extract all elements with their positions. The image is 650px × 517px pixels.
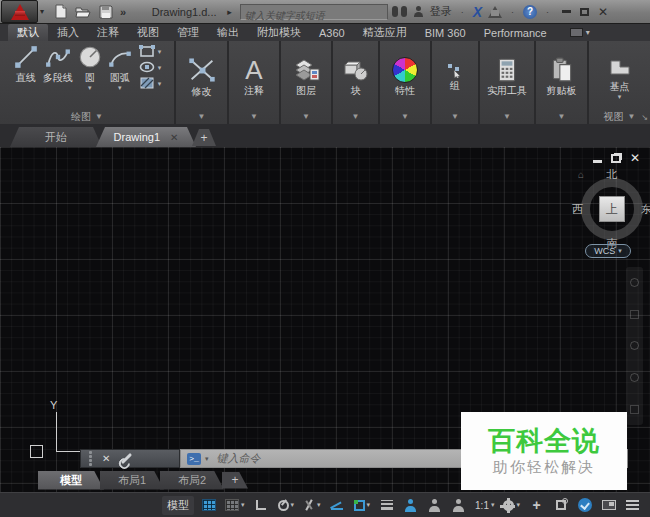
restore-button[interactable] — [580, 8, 589, 16]
orbit-icon[interactable] — [630, 373, 639, 382]
polar-tracking-toggle[interactable]: ▾ — [276, 496, 297, 515]
annotation-monitor-toggle[interactable]: + — [527, 496, 546, 515]
hatch-button[interactable]: ▾ — [139, 76, 162, 90]
arc-caret-icon[interactable]: ▾ — [118, 85, 122, 90]
autodesk-exchange-icon[interactable]: X — [473, 4, 482, 20]
layout-tab-layout1[interactable]: 布局1 — [100, 471, 164, 490]
clipboard-button[interactable]: 剪贴板 — [545, 54, 579, 96]
panel-launcher-icon[interactable]: ↘ — [641, 113, 648, 122]
isolate-objects-button[interactable] — [551, 496, 570, 515]
annotate-panel-title[interactable]: ▼ — [229, 109, 279, 124]
command-close-icon[interactable]: ✕ — [102, 453, 110, 464]
object-snap-tracking-toggle[interactable] — [328, 496, 347, 515]
file-tab-start[interactable]: 开始 — [10, 127, 102, 147]
block-button[interactable]: 块 — [340, 54, 372, 96]
qat-more-commands-button[interactable]: » — [120, 6, 125, 18]
polyline-button[interactable]: 多段线 — [41, 41, 75, 83]
new-drawing-tab-button[interactable]: + — [192, 129, 216, 146]
clean-screen-toggle[interactable] — [599, 496, 618, 515]
modify-button[interactable]: 修改 — [185, 53, 219, 97]
new-file-button[interactable] — [54, 4, 68, 19]
ribbon-tab-performance[interactable]: Performance — [475, 24, 556, 41]
clipboard-panel-title[interactable]: ▼ — [536, 109, 587, 124]
ribbon-tab-output[interactable]: 输出 — [208, 24, 248, 41]
tab-close-icon[interactable]: ✕ — [170, 132, 178, 143]
save-button[interactable] — [99, 5, 113, 19]
ribbon-tab-home[interactable]: 默认 — [8, 24, 48, 41]
hardware-acceleration-toggle[interactable] — [575, 496, 594, 515]
properties-panel-title[interactable]: ▼ — [380, 109, 430, 124]
ribbon-tab-manage[interactable]: 管理 — [168, 24, 208, 41]
lineweight-toggle[interactable] — [377, 496, 396, 515]
ribbon-tab-annotate[interactable]: 注释 — [88, 24, 128, 41]
circle-button[interactable]: 圆 ▾ — [75, 41, 105, 90]
drawing-close-button[interactable]: ✕ — [630, 151, 640, 165]
recent-commands-caret-icon[interactable]: ▾ — [205, 455, 209, 463]
command-prompt-icon[interactable]: >_ — [187, 453, 201, 465]
sign-in-button[interactable]: 登录 — [430, 4, 452, 19]
ellipse-button[interactable]: ▾ — [139, 61, 162, 73]
help-caret-icon[interactable]: · — [546, 7, 549, 17]
line-button[interactable]: 直线 — [11, 41, 41, 83]
ribbon-display-toggle[interactable]: ▾ — [570, 24, 590, 41]
ribbon-tab-featured-apps[interactable]: 精选应用 — [354, 24, 416, 41]
layers-panel-title[interactable]: ▼ — [281, 109, 331, 124]
group-button[interactable]: 组 — [444, 59, 466, 91]
isometric-drafting-toggle[interactable]: ▾ — [301, 496, 323, 515]
open-file-button[interactable] — [75, 5, 92, 18]
customization-menu[interactable] — [623, 496, 642, 515]
command-line-handle[interactable]: ✕ — [80, 449, 180, 468]
pan-icon[interactable] — [630, 310, 639, 319]
block-panel-title[interactable]: ▼ — [333, 109, 378, 124]
layout-tab-layout2[interactable]: 布局2 — [160, 471, 224, 490]
title-expand-icon[interactable]: ▸ — [227, 7, 232, 17]
ribbon-tab-bim360[interactable]: BIM 360 — [416, 24, 475, 41]
draw-panel-title[interactable]: 绘图 ▼ — [0, 109, 174, 124]
viewcube-top-face[interactable]: 上 — [599, 196, 625, 222]
workspace-switcher[interactable]: ▾ — [501, 496, 522, 515]
base-button[interactable]: 基点 ▾ — [604, 52, 636, 99]
base-caret-icon[interactable]: ▾ — [618, 94, 622, 99]
ribbon-tab-addins[interactable]: 附加模块 — [248, 24, 310, 41]
scale-selector[interactable]: 1:1▾ — [473, 496, 496, 515]
zoom-icon[interactable] — [630, 341, 639, 350]
close-button[interactable]: ✕ — [598, 6, 608, 18]
viewcube-west[interactable]: 西 — [572, 202, 583, 217]
ribbon-tab-a360[interactable]: A360 — [310, 24, 354, 41]
signin-caret-icon[interactable]: · — [461, 7, 464, 17]
annotation-visibility-toggle[interactable] — [401, 496, 420, 515]
arc-button[interactable]: 圆弧 ▾ — [105, 41, 135, 90]
rectangle-button[interactable]: ▾ — [139, 45, 162, 58]
viewcube[interactable]: ⌂ 北 南 西 东 上 — [572, 167, 650, 251]
annotation-autoscale-toggle[interactable] — [425, 496, 444, 515]
grid-display-toggle[interactable] — [199, 496, 218, 515]
viewcube-east[interactable]: 东 — [641, 202, 650, 217]
app-menu-button[interactable] — [1, 0, 38, 23]
search-input[interactable] — [241, 8, 387, 22]
drawing-canvas[interactable]: ✕ ⌂ 北 南 西 东 上 WCS ▾ Y — [0, 147, 650, 492]
showmotion-icon[interactable] — [630, 405, 639, 414]
utilities-button[interactable]: 实用工具 — [485, 54, 529, 96]
apps-caret-icon[interactable]: · — [511, 7, 514, 17]
ribbon-tab-insert[interactable]: 插入 — [48, 24, 88, 41]
steering-wheel-icon[interactable] — [630, 278, 639, 287]
snap-mode-toggle[interactable]: ▾ — [223, 496, 247, 515]
help-icon[interactable]: ? — [523, 5, 537, 19]
status-model-button[interactable]: 模型 — [162, 496, 194, 515]
customize-wrench-icon[interactable] — [121, 453, 132, 464]
modify-panel-title[interactable]: ▼ — [176, 109, 227, 124]
navigation-bar[interactable] — [626, 267, 643, 425]
app-menu-caret-icon[interactable]: ▾ — [40, 7, 44, 16]
group-panel-title[interactable]: ▼ — [432, 109, 478, 124]
object-snap-toggle[interactable]: ▾ — [352, 496, 373, 515]
drag-grip-icon[interactable] — [89, 451, 92, 466]
search-icon[interactable] — [392, 6, 407, 17]
new-layout-button[interactable]: + — [222, 472, 248, 489]
utilities-panel-title[interactable]: ▼ — [480, 109, 534, 124]
minimize-button[interactable] — [562, 10, 571, 13]
layers-button[interactable]: 图层 — [290, 54, 322, 96]
app-store-icon[interactable] — [488, 6, 502, 18]
ribbon-tab-view[interactable]: 视图 — [128, 24, 168, 41]
viewcube-north[interactable]: 北 — [607, 167, 618, 182]
annotate-button[interactable]: A 注释 — [242, 54, 266, 96]
